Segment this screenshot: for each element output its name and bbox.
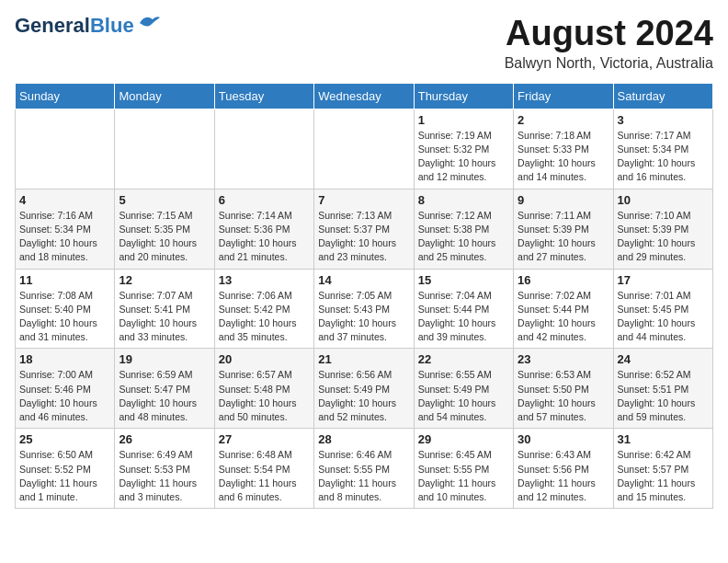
calendar-week-row: 11Sunrise: 7:08 AM Sunset: 5:40 PM Dayli… xyxy=(16,269,713,349)
logo: GeneralBlue xyxy=(15,15,162,37)
day-info: Sunrise: 6:45 AM Sunset: 5:55 PM Dayligh… xyxy=(418,448,509,504)
day-info: Sunrise: 6:56 AM Sunset: 5:49 PM Dayligh… xyxy=(318,368,409,424)
calendar-week-row: 18Sunrise: 7:00 AM Sunset: 5:46 PM Dayli… xyxy=(16,349,713,429)
day-info: Sunrise: 7:08 AM Sunset: 5:40 PM Dayligh… xyxy=(19,289,110,345)
calendar-day-cell: 10Sunrise: 7:10 AM Sunset: 5:39 PM Dayli… xyxy=(613,189,712,269)
calendar-day-cell: 30Sunrise: 6:43 AM Sunset: 5:56 PM Dayli… xyxy=(514,429,613,509)
day-number: 24 xyxy=(618,352,709,366)
calendar-day-cell: 26Sunrise: 6:49 AM Sunset: 5:53 PM Dayli… xyxy=(115,429,214,509)
day-info: Sunrise: 6:53 AM Sunset: 5:50 PM Dayligh… xyxy=(518,368,609,424)
day-info: Sunrise: 7:18 AM Sunset: 5:33 PM Dayligh… xyxy=(518,129,609,185)
day-info: Sunrise: 6:43 AM Sunset: 5:56 PM Dayligh… xyxy=(518,448,609,504)
day-info: Sunrise: 6:48 AM Sunset: 5:54 PM Dayligh… xyxy=(219,448,310,504)
calendar-day-cell xyxy=(214,109,313,189)
day-info: Sunrise: 7:02 AM Sunset: 5:44 PM Dayligh… xyxy=(518,289,609,345)
weekday-header: Wednesday xyxy=(314,83,414,109)
calendar-day-cell: 3Sunrise: 7:17 AM Sunset: 5:34 PM Daylig… xyxy=(613,109,712,189)
calendar-day-cell: 5Sunrise: 7:15 AM Sunset: 5:35 PM Daylig… xyxy=(115,189,214,269)
page-header: GeneralBlue August 2024 Balwyn North, Vi… xyxy=(15,15,713,72)
day-number: 7 xyxy=(318,193,409,207)
day-number: 16 xyxy=(518,273,609,287)
calendar-day-cell: 4Sunrise: 7:16 AM Sunset: 5:34 PM Daylig… xyxy=(16,189,115,269)
day-number: 6 xyxy=(219,193,310,207)
day-number: 1 xyxy=(418,113,509,127)
logo-text: GeneralBlue xyxy=(15,14,134,37)
day-info: Sunrise: 7:10 AM Sunset: 5:39 PM Dayligh… xyxy=(618,209,709,265)
day-info: Sunrise: 7:04 AM Sunset: 5:44 PM Dayligh… xyxy=(418,289,509,345)
day-number: 8 xyxy=(418,193,509,207)
calendar-day-cell: 6Sunrise: 7:14 AM Sunset: 5:36 PM Daylig… xyxy=(214,189,313,269)
month-title: August 2024 xyxy=(505,15,713,53)
calendar-day-cell: 9Sunrise: 7:11 AM Sunset: 5:39 PM Daylig… xyxy=(514,189,613,269)
calendar-day-cell: 2Sunrise: 7:18 AM Sunset: 5:33 PM Daylig… xyxy=(514,109,613,189)
day-info: Sunrise: 6:46 AM Sunset: 5:55 PM Dayligh… xyxy=(318,448,409,504)
day-number: 9 xyxy=(518,193,609,207)
day-info: Sunrise: 7:15 AM Sunset: 5:35 PM Dayligh… xyxy=(119,209,210,265)
weekday-header: Tuesday xyxy=(214,83,313,109)
day-number: 5 xyxy=(119,193,210,207)
day-info: Sunrise: 7:12 AM Sunset: 5:38 PM Dayligh… xyxy=(418,209,509,265)
calendar-day-cell: 17Sunrise: 7:01 AM Sunset: 5:45 PM Dayli… xyxy=(613,269,712,349)
calendar-day-cell: 15Sunrise: 7:04 AM Sunset: 5:44 PM Dayli… xyxy=(414,269,513,349)
day-number: 18 xyxy=(19,352,110,366)
day-number: 28 xyxy=(318,432,409,446)
weekday-header: Friday xyxy=(514,83,613,109)
day-number: 15 xyxy=(418,273,509,287)
day-number: 14 xyxy=(318,273,409,287)
calendar-day-cell: 27Sunrise: 6:48 AM Sunset: 5:54 PM Dayli… xyxy=(214,429,313,509)
calendar-day-cell: 29Sunrise: 6:45 AM Sunset: 5:55 PM Dayli… xyxy=(414,429,513,509)
calendar-header-row: SundayMondayTuesdayWednesdayThursdayFrid… xyxy=(16,83,713,109)
day-number: 30 xyxy=(518,432,609,446)
day-info: Sunrise: 7:07 AM Sunset: 5:41 PM Dayligh… xyxy=(119,289,210,345)
day-number: 25 xyxy=(19,432,110,446)
calendar-day-cell: 22Sunrise: 6:55 AM Sunset: 5:49 PM Dayli… xyxy=(414,349,513,429)
day-info: Sunrise: 6:42 AM Sunset: 5:57 PM Dayligh… xyxy=(618,448,709,504)
calendar-week-row: 25Sunrise: 6:50 AM Sunset: 5:52 PM Dayli… xyxy=(16,429,713,509)
day-info: Sunrise: 7:05 AM Sunset: 5:43 PM Dayligh… xyxy=(318,289,409,345)
day-info: Sunrise: 7:14 AM Sunset: 5:36 PM Dayligh… xyxy=(219,209,310,265)
calendar-day-cell: 14Sunrise: 7:05 AM Sunset: 5:43 PM Dayli… xyxy=(314,269,414,349)
logo-line1: General xyxy=(15,14,90,37)
day-info: Sunrise: 6:49 AM Sunset: 5:53 PM Dayligh… xyxy=(119,448,210,504)
calendar-day-cell xyxy=(314,109,414,189)
calendar-day-cell: 16Sunrise: 7:02 AM Sunset: 5:44 PM Dayli… xyxy=(514,269,613,349)
logo-line2: Blue xyxy=(90,14,134,37)
day-info: Sunrise: 6:50 AM Sunset: 5:52 PM Dayligh… xyxy=(19,448,110,504)
weekday-header: Sunday xyxy=(16,83,115,109)
logo-bird-icon xyxy=(136,12,162,32)
calendar-day-cell: 21Sunrise: 6:56 AM Sunset: 5:49 PM Dayli… xyxy=(314,349,414,429)
calendar-day-cell: 12Sunrise: 7:07 AM Sunset: 5:41 PM Dayli… xyxy=(115,269,214,349)
day-number: 12 xyxy=(119,273,210,287)
day-number: 3 xyxy=(618,113,709,127)
day-number: 10 xyxy=(618,193,709,207)
calendar-week-row: 4Sunrise: 7:16 AM Sunset: 5:34 PM Daylig… xyxy=(16,189,713,269)
day-number: 11 xyxy=(19,273,110,287)
day-info: Sunrise: 6:52 AM Sunset: 5:51 PM Dayligh… xyxy=(618,368,709,424)
calendar-day-cell: 19Sunrise: 6:59 AM Sunset: 5:47 PM Dayli… xyxy=(115,349,214,429)
calendar-table: SundayMondayTuesdayWednesdayThursdayFrid… xyxy=(15,83,713,509)
calendar-day-cell: 13Sunrise: 7:06 AM Sunset: 5:42 PM Dayli… xyxy=(214,269,313,349)
day-number: 19 xyxy=(119,352,210,366)
calendar-day-cell: 28Sunrise: 6:46 AM Sunset: 5:55 PM Dayli… xyxy=(314,429,414,509)
day-info: Sunrise: 7:17 AM Sunset: 5:34 PM Dayligh… xyxy=(618,129,709,185)
weekday-header: Thursday xyxy=(414,83,513,109)
day-info: Sunrise: 7:11 AM Sunset: 5:39 PM Dayligh… xyxy=(518,209,609,265)
calendar-day-cell: 7Sunrise: 7:13 AM Sunset: 5:37 PM Daylig… xyxy=(314,189,414,269)
day-number: 21 xyxy=(318,352,409,366)
day-number: 27 xyxy=(219,432,310,446)
day-number: 29 xyxy=(418,432,509,446)
location: Balwyn North, Victoria, Australia xyxy=(505,55,713,72)
day-number: 17 xyxy=(618,273,709,287)
calendar-day-cell: 8Sunrise: 7:12 AM Sunset: 5:38 PM Daylig… xyxy=(414,189,513,269)
calendar-day-cell xyxy=(115,109,214,189)
calendar-day-cell: 31Sunrise: 6:42 AM Sunset: 5:57 PM Dayli… xyxy=(613,429,712,509)
title-section: August 2024 Balwyn North, Victoria, Aust… xyxy=(505,15,713,72)
calendar-day-cell: 1Sunrise: 7:19 AM Sunset: 5:32 PM Daylig… xyxy=(414,109,513,189)
day-number: 13 xyxy=(219,273,310,287)
calendar-day-cell: 11Sunrise: 7:08 AM Sunset: 5:40 PM Dayli… xyxy=(16,269,115,349)
weekday-header: Monday xyxy=(115,83,214,109)
day-info: Sunrise: 7:16 AM Sunset: 5:34 PM Dayligh… xyxy=(19,209,110,265)
day-info: Sunrise: 6:55 AM Sunset: 5:49 PM Dayligh… xyxy=(418,368,509,424)
day-number: 2 xyxy=(518,113,609,127)
calendar-day-cell: 20Sunrise: 6:57 AM Sunset: 5:48 PM Dayli… xyxy=(214,349,313,429)
